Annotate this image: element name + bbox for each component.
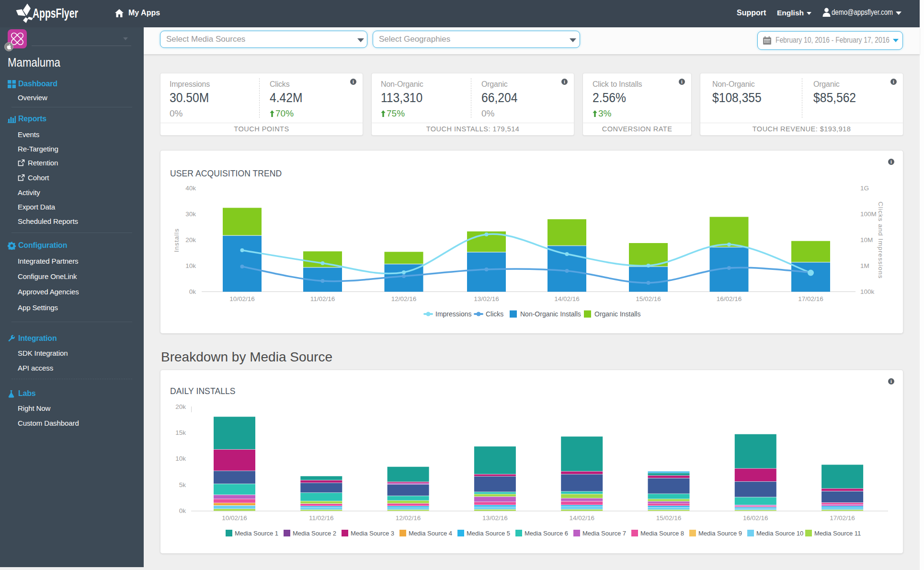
svg-text:Media Source 2: Media Source 2	[293, 530, 336, 537]
svg-text:Media Source 10: Media Source 10	[756, 530, 803, 537]
svg-text:11/02/16: 11/02/16	[310, 295, 335, 302]
svg-text:5k: 5k	[179, 481, 186, 489]
svg-text:15k: 15k	[175, 429, 186, 436]
svg-text:Non-Organic Installs: Non-Organic Installs	[520, 310, 581, 318]
svg-text:10k: 10k	[175, 455, 186, 462]
svg-text:10M: 10M	[860, 236, 873, 244]
svg-text:17/02/16: 17/02/16	[830, 514, 855, 522]
svg-text:Media Source 4: Media Source 4	[409, 530, 452, 537]
svg-text:16/02/16: 16/02/16	[743, 514, 768, 522]
svg-text:11/02/16: 11/02/16	[309, 514, 334, 522]
svg-text:10/02/16: 10/02/16	[229, 295, 255, 302]
svg-text:10k: 10k	[185, 262, 196, 269]
svg-text:February 10, 2016 - February 1: February 10, 2016 - February 17, 2016	[776, 35, 890, 44]
svg-text:Media Source 5: Media Source 5	[467, 530, 510, 537]
svg-text:20k: 20k	[185, 236, 196, 244]
svg-text:15/02/16: 15/02/16	[656, 514, 682, 522]
svg-text:Media Source 11: Media Source 11	[814, 530, 861, 537]
svg-text:1M: 1M	[860, 262, 869, 269]
svg-text:15/02/16: 15/02/16	[636, 295, 661, 302]
svg-text:Clicks: Clicks	[486, 310, 503, 318]
svg-text:Clicks and Impressions: Clicks and Impressions	[877, 202, 884, 279]
svg-text:Installs: Installs	[173, 228, 180, 252]
svg-text:Organic Installs: Organic Installs	[594, 310, 640, 318]
svg-text:12/02/16: 12/02/16	[396, 514, 421, 522]
svg-text:Media Source 6: Media Source 6	[525, 530, 568, 537]
svg-text:30k: 30k	[185, 210, 196, 218]
svg-text:12/02/16: 12/02/16	[391, 295, 417, 302]
svg-text:13/02/16: 13/02/16	[474, 295, 499, 302]
svg-text:100k: 100k	[860, 288, 875, 295]
svg-text:demo@appsflyer.com: demo@appsflyer.com	[832, 8, 893, 16]
svg-text:0k: 0k	[189, 288, 196, 295]
svg-text:Mamaluma: Mamaluma	[8, 55, 60, 70]
svg-text:40k: 40k	[185, 185, 196, 192]
svg-text:AppsFlyer: AppsFlyer	[33, 6, 78, 21]
svg-text:14/02/16: 14/02/16	[569, 514, 594, 522]
svg-text:16/02/16: 16/02/16	[717, 295, 742, 302]
svg-text:Impressions: Impressions	[435, 310, 471, 318]
svg-text:Media Source 1: Media Source 1	[235, 530, 278, 537]
svg-text:Media Source 3: Media Source 3	[351, 530, 394, 537]
svg-text:17/02/16: 17/02/16	[798, 295, 823, 302]
svg-text:1G: 1G	[860, 185, 869, 192]
svg-text:Media Source 7: Media Source 7	[582, 530, 626, 537]
svg-text:10/02/16: 10/02/16	[222, 514, 247, 522]
svg-text:0k: 0k	[179, 507, 186, 514]
svg-text:20k: 20k	[175, 403, 186, 410]
svg-text:13/02/16: 13/02/16	[482, 514, 508, 522]
svg-text:Media Source 8: Media Source 8	[640, 530, 684, 537]
svg-text:14/02/16: 14/02/16	[554, 295, 580, 302]
svg-text:100M: 100M	[860, 210, 877, 218]
svg-text:Media Source 9: Media Source 9	[698, 530, 742, 537]
